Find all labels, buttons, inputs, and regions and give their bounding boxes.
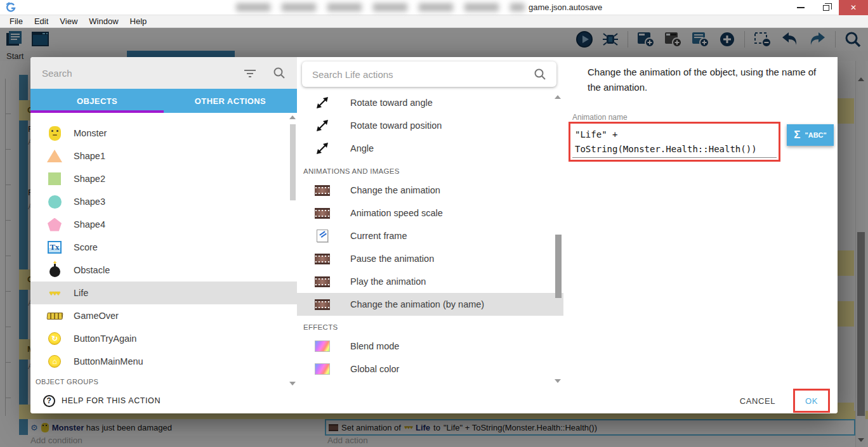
expression-builder-button[interactable]: Σ "ABC": [787, 124, 834, 146]
scroll-up-icon[interactable]: [555, 95, 561, 99]
menu-window[interactable]: Window: [83, 16, 124, 27]
objects-panel: Search OBJECTS OTHER ACTIONS Monster Sha…: [30, 57, 297, 388]
rotate-icon: [313, 96, 331, 109]
object-row-shape2[interactable]: Shape2: [30, 167, 297, 190]
menu-file[interactable]: File: [4, 16, 29, 27]
menu-help[interactable]: Help: [124, 16, 153, 27]
section-header-animations: ANIMATIONS AND IMAGES: [297, 160, 563, 179]
film-icon: [315, 276, 330, 287]
action-row[interactable]: Blend mode: [297, 335, 563, 358]
window-controls: ✕: [788, 0, 868, 15]
menu-edit[interactable]: Edit: [29, 16, 54, 27]
rotate-icon: [313, 119, 331, 132]
object-groups-header: OBJECT GROUPS: [30, 378, 297, 385]
menubar: File Edit View Window Help: [0, 15, 868, 28]
hearts-icon: ♥♥♥: [49, 289, 60, 297]
action-row[interactable]: Pause the animation: [297, 247, 563, 270]
action-row[interactable]: Change the animation: [297, 179, 563, 202]
object-list-scrollbar[interactable]: [288, 115, 296, 385]
film-icon: [315, 185, 330, 196]
close-button[interactable]: ✕: [839, 0, 868, 15]
action-row[interactable]: Animation speed scale: [297, 202, 563, 224]
triangle-icon: [47, 150, 62, 162]
action-row[interactable]: Current frame: [297, 224, 563, 247]
object-row-life-selected[interactable]: ♥♥♥Life: [30, 282, 297, 304]
minimize-button[interactable]: [788, 0, 813, 15]
monster-icon: [49, 126, 61, 141]
action-search-placeholder: Search Life actions: [312, 69, 534, 80]
frame-icon: [317, 230, 328, 242]
titlebar: game.json.autosave ✕: [0, 0, 868, 15]
action-description: Change the animation of the object, usin…: [588, 65, 831, 95]
restore-button[interactable]: [813, 0, 839, 15]
circle-icon: [48, 195, 62, 209]
object-row-obstacle[interactable]: Obstacle: [30, 259, 297, 282]
action-editor-dialog: Search OBJECTS OTHER ACTIONS Monster Sha…: [30, 57, 838, 413]
home-button-icon: ⌂: [48, 355, 61, 368]
ok-button[interactable]: OK: [805, 396, 818, 406]
section-header-effects: EFFECTS: [297, 316, 563, 335]
object-row-score[interactable]: TxScore: [30, 236, 297, 259]
search-icon[interactable]: [273, 67, 286, 79]
scroll-down-icon[interactable]: [289, 382, 296, 385]
object-list: Monster Shape1 Shape2 Shape3 Shape4 TxSc…: [30, 113, 297, 388]
film-icon: [315, 254, 330, 264]
object-tabs: OBJECTS OTHER ACTIONS: [30, 89, 297, 113]
app-window: game.json.autosave ✕ File Edit View Wind…: [0, 0, 868, 447]
scrollbar-thumb[interactable]: [290, 124, 296, 200]
action-search-input[interactable]: Search Life actions: [302, 62, 556, 87]
annotation-box-ok: OK: [793, 389, 830, 413]
banner-icon: [46, 313, 63, 320]
field-label: Animation name: [572, 113, 628, 122]
object-search-input[interactable]: Search: [30, 57, 297, 89]
object-row-shape1[interactable]: Shape1: [30, 145, 297, 167]
action-row[interactable]: Rotate toward angle: [297, 91, 563, 114]
scroll-up-icon[interactable]: [289, 115, 296, 119]
film-icon: [315, 208, 330, 219]
object-row-shape3[interactable]: Shape3: [30, 190, 297, 213]
cancel-button[interactable]: CANCEL: [740, 396, 775, 406]
menu-view[interactable]: View: [54, 16, 83, 27]
sigma-icon: Σ: [794, 129, 800, 141]
dialog-footer: ? HELP FOR THIS ACTION CANCEL OK: [30, 388, 838, 413]
action-detail-panel: Change the animation of the object, usin…: [563, 57, 838, 388]
animation-name-input[interactable]: "Life" +ToString(Monster.Health::Health(…: [572, 126, 777, 158]
gdevelop-logo-icon: [5, 2, 16, 13]
object-search-placeholder: Search: [42, 68, 227, 79]
object-row-buttonmainmenu[interactable]: ⌂ButtonMainMenu: [30, 350, 297, 373]
bomb-icon: [49, 266, 60, 277]
help-icon: ?: [43, 395, 55, 407]
action-row[interactable]: Play the animation: [297, 270, 563, 293]
window-title-redacted: [236, 3, 525, 11]
text-object-icon: Tx: [48, 241, 62, 254]
window-title: game.json.autosave: [529, 3, 602, 12]
filter-icon[interactable]: [244, 68, 256, 77]
pentagon-icon: [48, 218, 62, 231]
rotate-icon: [313, 142, 331, 155]
action-row-selected[interactable]: Change the animation (by name): [297, 293, 563, 316]
square-icon: [48, 172, 61, 185]
annotation-box-field: "Life" +ToString(Monster.Health::Health(…: [569, 122, 780, 162]
object-row-buttontryagain[interactable]: ↻ButtonTryAgain: [30, 327, 297, 350]
object-row-gameover[interactable]: GameOver: [30, 304, 297, 327]
film-icon: [315, 299, 330, 310]
tab-objects[interactable]: OBJECTS: [30, 89, 164, 113]
action-row[interactable]: Rotate toward position: [297, 114, 563, 137]
object-row-shape4[interactable]: Shape4: [30, 213, 297, 236]
action-row[interactable]: Angle: [297, 137, 563, 160]
action-list: Rotate toward angle Rotate toward positi…: [297, 91, 563, 388]
object-row-monster[interactable]: Monster: [30, 122, 297, 145]
search-icon[interactable]: [534, 68, 546, 81]
actions-panel: Search Life actions Rotate toward angle …: [297, 57, 563, 388]
tab-other-actions[interactable]: OTHER ACTIONS: [164, 89, 297, 113]
blend-mode-icon: [315, 340, 330, 352]
scrollbar-thumb[interactable]: [555, 235, 562, 298]
help-button[interactable]: ? HELP FOR THIS ACTION: [43, 395, 161, 407]
scroll-down-icon[interactable]: [555, 379, 561, 383]
retry-button-icon: ↻: [48, 332, 61, 345]
global-color-icon: [315, 363, 330, 375]
action-row[interactable]: Global color: [297, 358, 563, 380]
